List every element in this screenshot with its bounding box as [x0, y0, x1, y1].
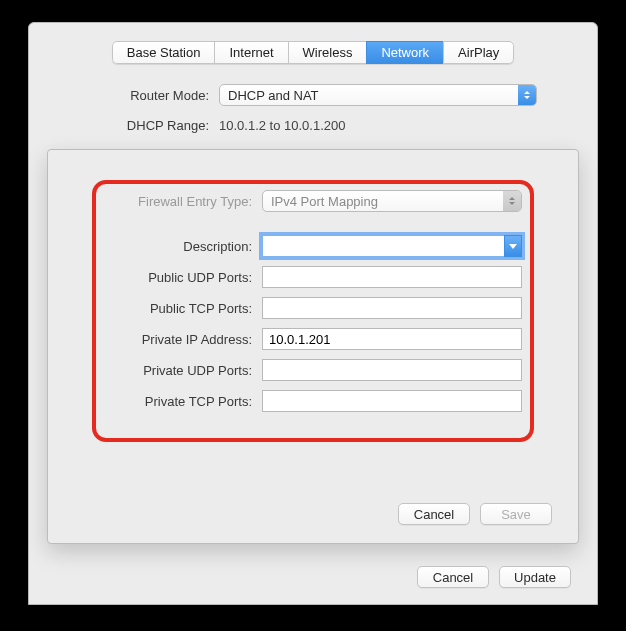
private-ip-label: Private IP Address:: [104, 332, 262, 347]
tab-network[interactable]: Network: [366, 41, 443, 64]
tabbar: Base Station Internet Wireless Network A…: [29, 23, 597, 70]
tab-base-station[interactable]: Base Station: [112, 41, 215, 64]
description-label: Description:: [104, 239, 262, 254]
public-tcp-row: Public TCP Ports:: [104, 297, 522, 319]
firewall-entry-type-value: IPv4 Port Mapping: [271, 194, 378, 209]
chevron-updown-icon: [503, 191, 521, 211]
public-udp-input[interactable]: [262, 266, 522, 288]
network-preferences-window: Base Station Internet Wireless Network A…: [28, 22, 598, 605]
firewall-entry-type-select: IPv4 Port Mapping: [262, 190, 522, 212]
dhcp-range-row: DHCP Range: 10.0.1.2 to 10.0.1.200: [29, 112, 597, 133]
public-udp-row: Public UDP Ports:: [104, 266, 522, 288]
private-tcp-row: Private TCP Ports:: [104, 390, 522, 412]
chevron-updown-icon: [518, 85, 536, 105]
router-mode-row: Router Mode: DHCP and NAT: [29, 70, 597, 112]
private-ip-row: Private IP Address:: [104, 328, 522, 350]
firewall-entry-type-label: Firewall Entry Type:: [104, 194, 262, 209]
description-input[interactable]: [262, 235, 522, 257]
window-update-button[interactable]: Update: [499, 566, 571, 588]
port-mapping-form: Firewall Entry Type: IPv4 Port Mapping D…: [104, 190, 522, 421]
sheet-button-row: Cancel Save: [398, 503, 552, 525]
port-mapping-sheet: Firewall Entry Type: IPv4 Port Mapping D…: [47, 149, 579, 544]
private-udp-input[interactable]: [262, 359, 522, 381]
dhcp-range-label: DHCP Range:: [89, 118, 219, 133]
router-mode-label: Router Mode:: [89, 88, 219, 103]
window-cancel-button[interactable]: Cancel: [417, 566, 489, 588]
tab-internet[interactable]: Internet: [214, 41, 287, 64]
dhcp-range-value: 10.0.1.2 to 10.0.1.200: [219, 118, 346, 133]
tab-wireless[interactable]: Wireless: [288, 41, 367, 64]
public-tcp-label: Public TCP Ports:: [104, 301, 262, 316]
public-udp-label: Public UDP Ports:: [104, 270, 262, 285]
private-tcp-input[interactable]: [262, 390, 522, 412]
tab-segment: Base Station Internet Wireless Network A…: [112, 41, 515, 64]
private-tcp-label: Private TCP Ports:: [104, 394, 262, 409]
sheet-save-button[interactable]: Save: [480, 503, 552, 525]
private-udp-row: Private UDP Ports:: [104, 359, 522, 381]
public-tcp-input[interactable]: [262, 297, 522, 319]
sheet-cancel-button[interactable]: Cancel: [398, 503, 470, 525]
private-ip-input[interactable]: [262, 328, 522, 350]
tab-airplay[interactable]: AirPlay: [443, 41, 514, 64]
chevron-down-icon[interactable]: [504, 235, 522, 257]
firewall-entry-type-row: Firewall Entry Type: IPv4 Port Mapping: [104, 190, 522, 212]
private-udp-label: Private UDP Ports:: [104, 363, 262, 378]
description-row: Description:: [104, 235, 522, 257]
window-button-row: Cancel Update: [417, 566, 571, 588]
router-mode-value: DHCP and NAT: [228, 88, 319, 103]
router-mode-select[interactable]: DHCP and NAT: [219, 84, 537, 106]
